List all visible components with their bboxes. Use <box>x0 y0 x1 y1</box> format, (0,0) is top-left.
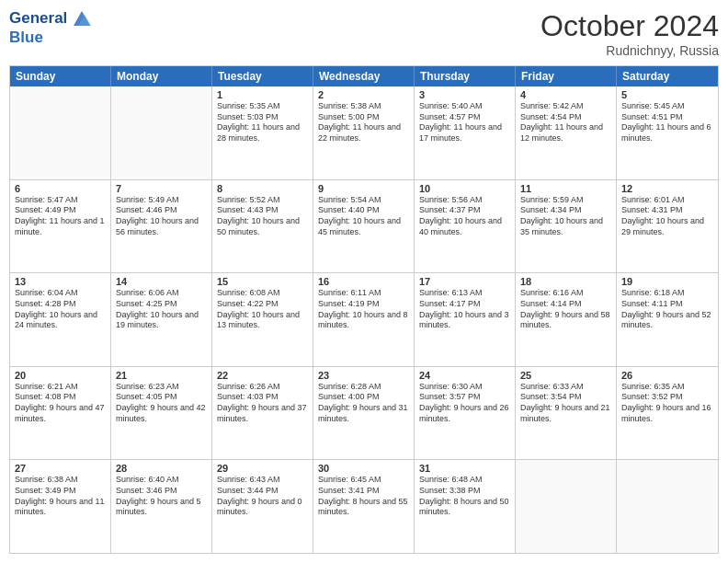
sunset-info: Sunset: 3:52 PM <box>621 392 713 403</box>
sunrise-info: Sunrise: 6:16 AM <box>520 288 611 299</box>
daylight-info: Daylight: 11 hours and 12 minutes. <box>520 122 611 144</box>
day-number: 31 <box>419 463 510 474</box>
empty-cell <box>516 460 617 553</box>
day-cell-25: 25 Sunrise: 6:33 AM Sunset: 3:54 PM Dayl… <box>516 367 617 460</box>
day-number: 24 <box>419 370 510 381</box>
sunrise-info: Sunrise: 6:33 AM <box>520 382 611 393</box>
sunset-info: Sunset: 3:38 PM <box>419 486 510 497</box>
sunrise-info: Sunrise: 5:52 AM <box>217 195 308 206</box>
day-header-saturday: Saturday <box>617 66 718 86</box>
title-area: October 2024 Rudnichnyy, Russia <box>540 9 719 58</box>
daylight-info: Daylight: 9 hours and 47 minutes. <box>15 403 106 424</box>
day-number: 22 <box>217 370 308 381</box>
sunset-info: Sunset: 4:49 PM <box>15 205 106 216</box>
daylight-info: Daylight: 11 hours and 17 minutes. <box>419 122 510 144</box>
daylight-info: Daylight: 8 hours and 50 minutes. <box>419 497 510 518</box>
day-cell-2: 2 Sunrise: 5:38 AM Sunset: 5:00 PM Dayli… <box>313 86 415 179</box>
sunset-info: Sunset: 3:41 PM <box>318 486 409 497</box>
day-number: 4 <box>520 89 611 100</box>
day-number: 18 <box>520 276 611 287</box>
empty-cell <box>617 460 718 553</box>
daylight-info: Daylight: 10 hours and 56 minutes. <box>116 216 207 237</box>
day-number: 8 <box>217 183 308 194</box>
day-header-monday: Monday <box>111 66 212 86</box>
daylight-info: Daylight: 8 hours and 55 minutes. <box>318 497 409 518</box>
page: General Blue October 2024 Rudnichnyy, Ru… <box>0 0 728 563</box>
sunrise-info: Sunrise: 5:45 AM <box>621 101 713 112</box>
sunrise-info: Sunrise: 6:48 AM <box>419 475 510 486</box>
day-cell-18: 18 Sunrise: 6:16 AM Sunset: 4:14 PM Dayl… <box>516 273 617 366</box>
day-cell-29: 29 Sunrise: 6:43 AM Sunset: 3:44 PM Dayl… <box>212 460 313 553</box>
daylight-info: Daylight: 11 hours and 1 minute. <box>15 216 106 237</box>
day-cell-8: 8 Sunrise: 5:52 AM Sunset: 4:43 PM Dayli… <box>212 180 313 273</box>
calendar-row-3: 13 Sunrise: 6:04 AM Sunset: 4:28 PM Dayl… <box>10 273 718 367</box>
day-number: 2 <box>318 89 409 100</box>
sunrise-info: Sunrise: 6:13 AM <box>419 288 510 299</box>
day-number: 3 <box>419 89 510 100</box>
sunrise-info: Sunrise: 6:04 AM <box>15 288 106 299</box>
day-number: 26 <box>621 370 713 381</box>
sunset-info: Sunset: 4:40 PM <box>318 205 409 216</box>
daylight-info: Daylight: 9 hours and 58 minutes. <box>520 310 611 331</box>
day-number: 29 <box>217 463 308 474</box>
daylight-info: Daylight: 9 hours and 0 minutes. <box>217 497 308 518</box>
day-cell-30: 30 Sunrise: 6:45 AM Sunset: 3:41 PM Dayl… <box>313 460 415 553</box>
logo: General Blue <box>9 9 92 47</box>
daylight-info: Daylight: 10 hours and 45 minutes. <box>318 216 409 237</box>
sunset-info: Sunset: 4:14 PM <box>520 299 611 310</box>
sunrise-info: Sunrise: 5:47 AM <box>15 195 106 206</box>
sunset-info: Sunset: 4:25 PM <box>116 299 207 310</box>
sunrise-info: Sunrise: 5:35 AM <box>217 101 308 112</box>
sunset-info: Sunset: 4:22 PM <box>217 299 308 310</box>
daylight-info: Daylight: 10 hours and 50 minutes. <box>217 216 308 237</box>
day-cell-31: 31 Sunrise: 6:48 AM Sunset: 3:38 PM Dayl… <box>415 460 516 553</box>
header: General Blue October 2024 Rudnichnyy, Ru… <box>9 9 719 58</box>
sunset-info: Sunset: 4:00 PM <box>318 392 409 403</box>
day-number: 20 <box>15 370 106 381</box>
day-cell-24: 24 Sunrise: 6:30 AM Sunset: 3:57 PM Dayl… <box>415 367 516 460</box>
sunset-info: Sunset: 4:11 PM <box>621 299 713 310</box>
day-cell-15: 15 Sunrise: 6:08 AM Sunset: 4:22 PM Dayl… <box>212 273 313 366</box>
day-cell-28: 28 Sunrise: 6:40 AM Sunset: 3:46 PM Dayl… <box>111 460 212 553</box>
day-header-sunday: Sunday <box>10 66 111 86</box>
daylight-info: Daylight: 9 hours and 11 minutes. <box>15 497 106 518</box>
sunrise-info: Sunrise: 6:43 AM <box>217 475 308 486</box>
day-cell-3: 3 Sunrise: 5:40 AM Sunset: 4:57 PM Dayli… <box>415 86 516 179</box>
sunset-info: Sunset: 4:17 PM <box>419 299 510 310</box>
day-cell-9: 9 Sunrise: 5:54 AM Sunset: 4:40 PM Dayli… <box>313 180 415 273</box>
sunset-info: Sunset: 4:03 PM <box>217 392 308 403</box>
sunrise-info: Sunrise: 5:49 AM <box>116 195 207 206</box>
day-cell-16: 16 Sunrise: 6:11 AM Sunset: 4:19 PM Dayl… <box>313 273 415 366</box>
daylight-info: Daylight: 9 hours and 26 minutes. <box>419 403 510 424</box>
sunrise-info: Sunrise: 6:01 AM <box>621 195 713 206</box>
daylight-info: Daylight: 10 hours and 35 minutes. <box>520 216 611 237</box>
sunrise-info: Sunrise: 6:30 AM <box>419 382 510 393</box>
day-cell-21: 21 Sunrise: 6:23 AM Sunset: 4:05 PM Dayl… <box>111 367 212 460</box>
sunrise-info: Sunrise: 6:08 AM <box>217 288 308 299</box>
day-header-tuesday: Tuesday <box>212 66 313 86</box>
day-cell-11: 11 Sunrise: 5:59 AM Sunset: 4:34 PM Dayl… <box>516 180 617 273</box>
calendar-row-1: 1 Sunrise: 5:35 AM Sunset: 5:03 PM Dayli… <box>10 86 718 180</box>
sunset-info: Sunset: 4:37 PM <box>419 205 510 216</box>
day-cell-19: 19 Sunrise: 6:18 AM Sunset: 4:11 PM Dayl… <box>617 273 718 366</box>
day-cell-12: 12 Sunrise: 6:01 AM Sunset: 4:31 PM Dayl… <box>617 180 718 273</box>
daylight-info: Daylight: 10 hours and 8 minutes. <box>318 310 409 331</box>
sunrise-info: Sunrise: 6:40 AM <box>116 475 207 486</box>
sunset-info: Sunset: 3:57 PM <box>419 392 510 403</box>
sunrise-info: Sunrise: 5:56 AM <box>419 195 510 206</box>
daylight-info: Daylight: 9 hours and 37 minutes. <box>217 403 308 424</box>
sunrise-info: Sunrise: 6:26 AM <box>217 382 308 393</box>
calendar-row-5: 27 Sunrise: 6:38 AM Sunset: 3:49 PM Dayl… <box>10 460 718 553</box>
sunset-info: Sunset: 3:49 PM <box>15 486 106 497</box>
day-number: 15 <box>217 276 308 287</box>
day-number: 30 <box>318 463 409 474</box>
sunrise-info: Sunrise: 6:38 AM <box>15 475 106 486</box>
sunset-info: Sunset: 4:05 PM <box>116 392 207 403</box>
day-number: 13 <box>15 276 106 287</box>
day-header-friday: Friday <box>516 66 617 86</box>
logo-text: General Blue <box>9 9 92 47</box>
sunrise-info: Sunrise: 6:11 AM <box>318 288 409 299</box>
day-number: 17 <box>419 276 510 287</box>
day-number: 11 <box>520 183 611 194</box>
daylight-info: Daylight: 10 hours and 3 minutes. <box>419 310 510 331</box>
